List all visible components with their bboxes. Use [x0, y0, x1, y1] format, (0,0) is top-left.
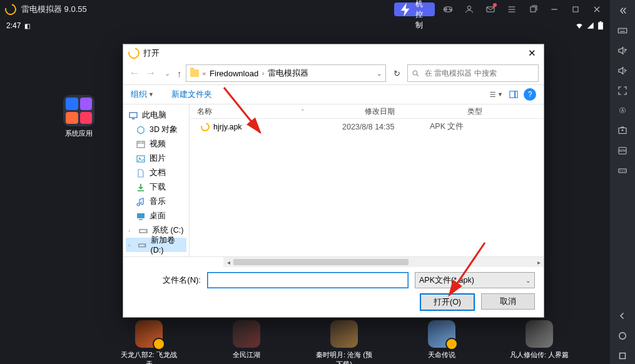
app-logo	[3, 2, 19, 18]
mail-icon[interactable]	[482, 1, 499, 18]
popup-icon[interactable]	[525, 1, 541, 18]
screenshot-icon[interactable]	[617, 125, 628, 136]
svg-rect-8	[516, 91, 518, 98]
rotate-icon[interactable]: Ⓐ	[617, 105, 628, 116]
nav-recent-icon[interactable]	[617, 350, 628, 361]
pictures-icon	[136, 154, 146, 164]
tree-item-video[interactable]: 视频	[126, 137, 186, 151]
more-icon[interactable]	[617, 165, 628, 176]
video-icon	[136, 139, 146, 149]
tree-item-3d[interactable]: 3D 对象	[126, 123, 186, 137]
dock-item-2[interactable]: 全民江湖	[216, 320, 277, 364]
tree-item-documents[interactable]: 文档	[126, 166, 186, 180]
scrollbar-thumb[interactable]	[233, 259, 409, 265]
svg-point-29	[619, 333, 626, 340]
organize-button[interactable]: 组织 ▼	[131, 89, 154, 100]
minimize-button[interactable]	[546, 1, 562, 18]
col-header-type[interactable]: 类型	[460, 106, 544, 117]
wifi-icon	[575, 21, 584, 30]
dock-item-1[interactable]: 天龙八部2: 飞龙战天	[119, 320, 179, 364]
close-button[interactable]	[589, 1, 605, 18]
dialog-titlebar: 打开 ✕	[123, 44, 544, 62]
tree-item-d-drive[interactable]: ›新加卷 (D:)	[126, 238, 186, 252]
phone-control-button[interactable]: 手机控制	[394, 3, 435, 16]
svg-point-26	[620, 170, 621, 171]
col-header-name[interactable]: 名称⌃	[190, 106, 357, 117]
keyboard-icon[interactable]	[617, 25, 628, 36]
documents-icon	[136, 168, 146, 178]
tree-item-desktop[interactable]: 桌面	[126, 209, 186, 223]
address-dropdown[interactable]: ⌄	[377, 70, 382, 77]
collapse-icon[interactable]	[617, 5, 628, 16]
svg-point-27	[622, 170, 623, 171]
dock-item-3[interactable]: 秦时明月: 沧海 (预下载)	[314, 320, 374, 364]
fullscreen-icon[interactable]	[617, 85, 628, 96]
tree-item-downloads[interactable]: 下载	[126, 180, 186, 195]
search-icon	[412, 69, 420, 78]
search-box[interactable]	[407, 64, 539, 82]
breadcrumb-segment[interactable]: 雷电模拟器	[268, 68, 308, 79]
address-bar[interactable]: « Firedownload › 雷电模拟器 ⌄	[186, 64, 387, 82]
search-input[interactable]	[424, 68, 534, 78]
dialog-toolbar: 组织 ▼ 新建文件夹 ▼ ?	[123, 84, 544, 104]
nav-up-button[interactable]: ↑	[177, 68, 182, 79]
tree-item-music[interactable]: 音乐	[126, 195, 186, 209]
user-icon[interactable]	[461, 1, 477, 18]
nav-back-button[interactable]: ←	[128, 67, 141, 79]
gamepad-icon[interactable]	[440, 1, 456, 18]
dialog-close-button[interactable]: ✕	[525, 48, 539, 59]
filetype-filter[interactable]: APK文件(*.apk)⌄	[415, 272, 535, 288]
svg-rect-20	[618, 28, 627, 33]
scrollbar-track[interactable]: ◂ ▸	[223, 257, 544, 267]
svg-rect-13	[137, 213, 145, 218]
record-icon[interactable]: APK	[617, 145, 628, 156]
refresh-button[interactable]: ↻	[390, 69, 404, 78]
nav-home-icon[interactable]	[617, 330, 628, 341]
file-row[interactable]: hjrjy.apk 2023/8/8 14:35 APK 文件	[190, 119, 544, 134]
breadcrumb-separator: ›	[262, 70, 264, 77]
maximize-button[interactable]	[567, 1, 584, 18]
new-folder-button[interactable]: 新建文件夹	[171, 89, 212, 100]
breadcrumb-segment[interactable]: Firedownload	[210, 69, 258, 78]
apk-icon	[199, 121, 211, 133]
drive-icon	[138, 226, 148, 236]
open-button[interactable]: 打开(O)	[420, 293, 475, 311]
svg-rect-5	[599, 21, 601, 23]
volume-down-icon[interactable]	[617, 65, 628, 76]
svg-rect-1	[487, 7, 494, 12]
titlebar: 雷电模拟器 9.0.55 手机控制	[0, 0, 610, 19]
bolt-icon	[398, 2, 414, 18]
dock-item-4[interactable]: 天命传说	[412, 320, 472, 364]
volume-up-icon[interactable]	[617, 45, 628, 56]
filename-input[interactable]	[207, 272, 409, 288]
svg-rect-30	[620, 353, 626, 359]
desktop-icon	[136, 211, 146, 221]
tree-item-pictures[interactable]: 图片	[126, 151, 186, 166]
chevron-down-icon: ⌄	[526, 277, 531, 284]
nav-history-dropdown[interactable]: ⌄	[161, 69, 173, 78]
scroll-left-button[interactable]: ◂	[223, 259, 233, 266]
svg-point-17	[144, 245, 145, 245]
music-icon	[136, 197, 146, 207]
folder-icon	[190, 69, 199, 77]
phone-control-label: 手机控制	[415, 0, 430, 31]
menu-icon[interactable]	[504, 1, 520, 18]
cancel-button[interactable]: 取消	[481, 293, 535, 310]
nav-back-icon[interactable]	[617, 310, 628, 321]
scroll-right-button[interactable]: ▸	[534, 259, 544, 266]
dock-label: 全民江湖	[216, 350, 277, 360]
file-name: hjrjy.apk	[213, 123, 242, 131]
help-button[interactable]: ?	[524, 88, 536, 101]
col-header-date[interactable]: 修改日期	[357, 106, 460, 117]
filename-label: 文件名(N):	[132, 275, 201, 286]
downloads-icon	[136, 183, 146, 193]
view-preview-button[interactable]	[506, 87, 521, 102]
nav-forward-button[interactable]: →	[145, 67, 157, 79]
tree-item-pc[interactable]: 此电脑	[126, 108, 186, 123]
dock-item-5[interactable]: 凡人修仙传: 人界篇	[509, 320, 569, 364]
desktop-app-icon[interactable]: 系统应用	[61, 95, 96, 138]
view-details-button[interactable]: ▼	[489, 87, 504, 102]
svg-point-0	[467, 6, 470, 9]
dock-label: 凡人修仙传: 人界篇	[509, 350, 569, 360]
dock-label: 秦时明月: 沧海 (预下载)	[314, 350, 374, 364]
